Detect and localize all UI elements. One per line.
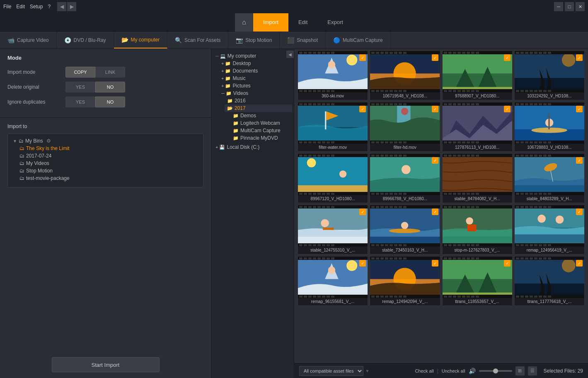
dupes-yes-button[interactable]: YES: [65, 97, 95, 107]
menu-setup[interactable]: Setup: [30, 4, 43, 10]
ftree-demos[interactable]: 📁 Demos: [230, 112, 292, 119]
tab-multicam[interactable]: 🔵 MultiCam Capture: [326, 32, 391, 48]
tab-dvd-bluray[interactable]: 💿 DVD / Blu-Ray: [57, 32, 114, 48]
link-button[interactable]: LINK: [95, 67, 125, 78]
media-item-18[interactable]: ✓ remap_124942094_V_...: [370, 256, 440, 306]
volume-icon[interactable]: 🔊: [469, 368, 476, 374]
collapse-tree-button[interactable]: ◀: [286, 51, 294, 58]
ftree-documents[interactable]: + 📁 Documents: [219, 67, 292, 75]
svg-point-11: [562, 53, 576, 67]
media-item-15[interactable]: stop-m-127627803_V_...: [442, 205, 513, 254]
back-button[interactable]: ◀: [57, 2, 66, 11]
delete-original-toggle: YES NO: [65, 82, 125, 92]
tab-snapshot[interactable]: ⬛ Snapshot: [280, 32, 326, 48]
uncheck-all-link[interactable]: Uncheck all: [442, 368, 465, 373]
menu-file[interactable]: File: [3, 4, 11, 10]
check-all-link[interactable]: Check all: [415, 368, 433, 373]
media-item-6[interactable]: ✓ filter-hd.mov: [370, 102, 440, 152]
media-item-11[interactable]: stable_84784082_V_H...: [442, 153, 513, 203]
delete-yes-button[interactable]: YES: [65, 82, 95, 92]
menu-edit[interactable]: Edit: [16, 4, 25, 10]
menu-bar: File Edit Setup ?: [3, 4, 51, 10]
tab-my-computer[interactable]: 📂 My computer: [114, 32, 167, 48]
media-item-14[interactable]: ✓ stable_73450163_V_H...: [370, 205, 440, 254]
start-import-button[interactable]: Start Import: [52, 357, 160, 372]
media-label: stable_124755310_V_...: [298, 247, 368, 254]
media-item-20[interactable]: ✓ ttrans_117776618_V_...: [514, 256, 585, 306]
maximize-button[interactable]: □: [565, 2, 574, 11]
ftree-music[interactable]: + 📁 Music: [219, 75, 292, 82]
bin-my-videos[interactable]: 🗂 My Videos: [18, 160, 200, 167]
bin-stop-motion[interactable]: 🗂 Stop Motion: [18, 167, 200, 174]
home-button[interactable]: ⌂: [235, 13, 253, 32]
import-nav-button[interactable]: Import: [253, 13, 288, 32]
ftree-desktop[interactable]: + 📁 Desktop: [219, 60, 292, 67]
import-to-section: Import to ▼ 🗂 My Bins ⚙ 🗂 The Sky is the…: [0, 118, 211, 351]
bin-date[interactable]: 🗂 2017-07-24: [18, 152, 200, 160]
tab-scan-assets[interactable]: 🔍 Scan For Assets: [167, 32, 228, 48]
grid-view-button[interactable]: ⊞: [515, 366, 525, 376]
dupes-no-button[interactable]: NO: [95, 97, 125, 107]
bin-sky-limit[interactable]: 🗂 The Sky is the Limit: [18, 145, 200, 152]
media-item-16[interactable]: ✓ remap_124956419_V_...: [514, 205, 585, 254]
media-item-10[interactable]: ✓ 89966788_V_HD1080...: [370, 153, 440, 203]
svg-point-53: [346, 260, 357, 271]
ftree-documents-label: Documents: [232, 68, 258, 74]
ftree-multicam-cap[interactable]: 📁 MultiCam Capture: [230, 127, 292, 134]
media-item-5[interactable]: ✓ filter-water.mov: [298, 102, 368, 152]
ftree-my-computer[interactable]: ─ 💻 My computer: [213, 52, 292, 60]
copy-button[interactable]: COPY: [65, 67, 95, 78]
ftree-logitech[interactable]: 📁 Logitech Webcam: [230, 119, 292, 127]
edit-nav-button[interactable]: Edit: [288, 13, 317, 32]
snapshot-icon: ⬛: [287, 37, 294, 44]
bin-icon-2: 🗂: [19, 153, 24, 159]
bins-tree: ▼ 🗂 My Bins ⚙ 🗂 The Sky is the Limit 🗂 2…: [7, 133, 203, 187]
media-label: 89967120_V_HD1080...: [298, 195, 368, 203]
menu-help[interactable]: ?: [48, 4, 51, 10]
close-button[interactable]: ✕: [576, 2, 585, 11]
svg-rect-47: [467, 225, 476, 231]
media-item-8[interactable]: ✓ 106728883_V_HD108...: [514, 102, 585, 152]
media-label: stop-m-127627803_V_...: [443, 247, 512, 254]
list-view-button[interactable]: ☰: [528, 366, 537, 376]
ftree-videos[interactable]: ─ 📁 Videos: [219, 90, 292, 97]
tab-capture-video[interactable]: 📹 Capture Video: [0, 32, 57, 48]
media-item-19[interactable]: ✓ ttrans_118553657_V_...: [442, 256, 513, 306]
media-item-1[interactable]: ✓ 360-ski.mov: [298, 51, 368, 100]
forward-button[interactable]: ▶: [67, 2, 76, 11]
film-strip-top: [298, 257, 368, 260]
zoom-slider[interactable]: [479, 370, 512, 372]
ftree-pinnacle[interactable]: 📁 Pinnacle MyDVD: [230, 134, 292, 142]
bin-test-pkg[interactable]: 🗂 test-movie-package: [18, 174, 200, 182]
media-grid-wrap[interactable]: ✓ 360-ski.mov: [294, 49, 588, 363]
ftree-2017[interactable]: 📂 2017: [225, 104, 292, 112]
ftree-local-c[interactable]: + 💾 Local Disk (C:): [213, 143, 292, 151]
film-strip-top: [443, 154, 512, 157]
capture-video-icon: 📹: [7, 37, 15, 44]
media-item-7[interactable]: ✓ 127876113_V_HD108...: [442, 102, 513, 152]
media-item-4[interactable]: ✓ 103224292_V_HD108...: [514, 51, 585, 100]
svg-point-54: [328, 267, 335, 274]
computer-icon: ─ 💻: [215, 53, 226, 59]
svg-point-63: [562, 259, 576, 272]
media-item-13[interactable]: ✓ stable_124755310_V_...: [298, 205, 368, 254]
export-nav-button[interactable]: Export: [317, 13, 353, 32]
media-item-2[interactable]: ✓ 106719548_V_HD108...: [370, 51, 440, 100]
ftree-pictures[interactable]: + 📁 Pictures: [219, 82, 292, 90]
media-item-12[interactable]: ✓ stable_84803289_V_H...: [514, 153, 585, 203]
media-item-3[interactable]: ✓ 97688907_V_HD1080...: [442, 51, 513, 100]
ftree-2016[interactable]: 📁 2016: [225, 97, 292, 104]
my-bins-root[interactable]: ▼ 🗂 My Bins ⚙: [11, 137, 200, 145]
bin-icon-5: 🗂: [19, 175, 24, 181]
media-panel: ✓ 360-ski.mov: [294, 49, 588, 378]
delete-no-button[interactable]: NO: [95, 82, 125, 92]
gear-icon[interactable]: ⚙: [46, 138, 51, 144]
film-strip-bottom: [515, 192, 584, 195]
film-strip-top: [515, 205, 584, 208]
media-item-17[interactable]: ✓ remap_96155681_V_...: [298, 256, 368, 306]
tab-stop-motion[interactable]: 📷 Stop Motion: [228, 32, 280, 48]
filter-select[interactable]: All compatible asset files: [299, 366, 363, 376]
tab-my-computer-label: My computer: [131, 37, 160, 43]
media-item-9[interactable]: 89967120_V_HD1080...: [298, 153, 368, 203]
minimize-button[interactable]: ─: [554, 2, 563, 11]
